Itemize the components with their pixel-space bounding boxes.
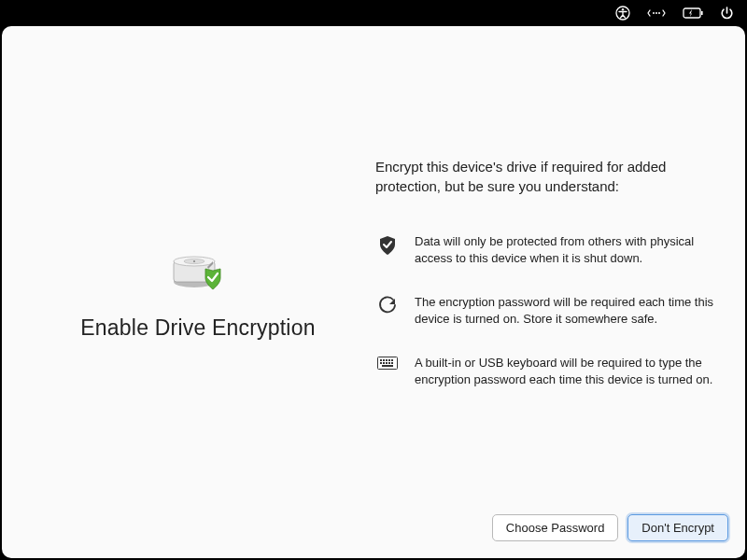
- svg-rect-23: [382, 365, 393, 367]
- svg-point-11: [193, 260, 195, 262]
- footer-buttons: Choose Password Don't Encrypt: [2, 514, 745, 558]
- svg-rect-15: [386, 359, 388, 361]
- choose-password-button[interactable]: Choose Password: [492, 514, 619, 541]
- svg-rect-13: [380, 359, 382, 361]
- svg-rect-20: [386, 362, 388, 364]
- drive-encryption-icon: [172, 250, 224, 291]
- battery-icon[interactable]: [683, 7, 703, 19]
- bullet-text: Data will only be protected from others …: [415, 233, 717, 266]
- bullet-physical-access: Data will only be protected from others …: [375, 233, 717, 266]
- svg-rect-5: [684, 8, 700, 18]
- dont-encrypt-button[interactable]: Don't Encrypt: [627, 514, 728, 541]
- svg-rect-16: [388, 359, 390, 361]
- svg-point-4: [658, 12, 660, 14]
- shield-check-icon: [375, 233, 400, 266]
- network-icon[interactable]: [647, 7, 666, 20]
- intro-text: Encrypt this device's drive if required …: [375, 157, 717, 196]
- svg-point-3: [655, 12, 657, 14]
- svg-rect-21: [388, 362, 390, 364]
- keyboard-icon: [375, 355, 400, 387]
- svg-point-2: [653, 12, 655, 14]
- svg-rect-14: [383, 359, 385, 361]
- bullet-text: The encryption password will be required…: [415, 294, 717, 327]
- svg-rect-19: [383, 362, 385, 364]
- installer-window: Enable Drive Encryption Encrypt this dev…: [2, 26, 745, 558]
- restart-icon: [375, 294, 400, 327]
- svg-rect-6: [701, 11, 703, 15]
- svg-rect-17: [391, 359, 393, 361]
- page-title: Enable Drive Encryption: [80, 315, 315, 341]
- bullet-keyboard-required: A built-in or USB keyboard will be requi…: [375, 355, 717, 387]
- svg-point-1: [622, 8, 624, 10]
- top-bar: [0, 0, 747, 26]
- svg-rect-18: [380, 362, 382, 364]
- accessibility-icon[interactable]: [615, 6, 630, 21]
- svg-rect-22: [391, 362, 393, 364]
- bullet-text: A built-in or USB keyboard will be requi…: [415, 355, 717, 387]
- bullet-password-required: The encryption password will be required…: [375, 294, 717, 327]
- power-icon[interactable]: [720, 7, 734, 21]
